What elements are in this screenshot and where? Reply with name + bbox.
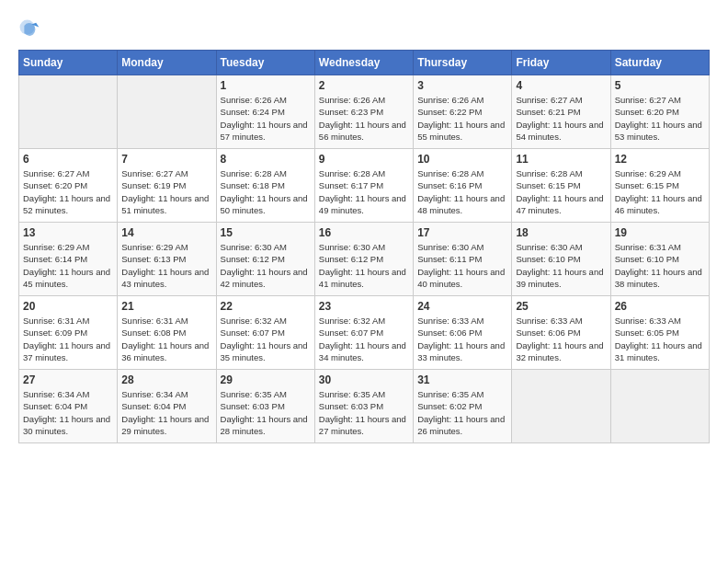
day-number: 27 <box>23 373 113 386</box>
day-number: 15 <box>221 226 311 239</box>
calendar-day-cell: 5 Sunrise: 6:27 AM Sunset: 6:20 PM Dayli… <box>610 75 709 149</box>
calendar-day-cell: 30 Sunrise: 6:35 AM Sunset: 6:03 PM Dayl… <box>314 370 413 443</box>
day-of-week-header: Saturday <box>610 51 709 75</box>
calendar-day-cell: 31 Sunrise: 6:35 AM Sunset: 6:02 PM Dayl… <box>414 370 512 443</box>
calendar-day-cell: 12 Sunrise: 6:29 AM Sunset: 6:15 PM Dayl… <box>610 149 709 223</box>
day-info: Sunrise: 6:35 AM Sunset: 6:02 PM Dayligh… <box>417 388 507 437</box>
day-number: 7 <box>121 153 211 166</box>
day-info: Sunrise: 6:28 AM Sunset: 6:18 PM Dayligh… <box>221 167 311 216</box>
calendar-table: SundayMondayTuesdayWednesdayThursdayFrid… <box>18 50 710 443</box>
day-info: Sunrise: 6:27 AM Sunset: 6:19 PM Dayligh… <box>121 167 211 216</box>
day-info: Sunrise: 6:29 AM Sunset: 6:14 PM Dayligh… <box>23 241 113 290</box>
day-info: Sunrise: 6:33 AM Sunset: 6:06 PM Dayligh… <box>417 315 507 363</box>
day-info: Sunrise: 6:32 AM Sunset: 6:07 PM Dayligh… <box>319 315 409 363</box>
calendar-week-row: 27 Sunrise: 6:34 AM Sunset: 6:04 PM Dayl… <box>19 370 710 443</box>
day-info: Sunrise: 6:29 AM Sunset: 6:13 PM Dayligh… <box>121 241 211 290</box>
day-number: 8 <box>221 153 311 166</box>
day-info: Sunrise: 6:27 AM Sunset: 6:20 PM Dayligh… <box>23 167 113 216</box>
calendar-day-cell: 24 Sunrise: 6:33 AM Sunset: 6:06 PM Dayl… <box>414 296 512 370</box>
day-number: 13 <box>23 226 113 239</box>
day-number: 6 <box>23 153 113 166</box>
calendar-day-cell: 8 Sunrise: 6:28 AM Sunset: 6:18 PM Dayli… <box>216 149 314 223</box>
day-info: Sunrise: 6:34 AM Sunset: 6:04 PM Dayligh… <box>121 388 211 437</box>
calendar-day-cell: 29 Sunrise: 6:35 AM Sunset: 6:03 PM Dayl… <box>216 370 314 443</box>
calendar-day-cell: 9 Sunrise: 6:28 AM Sunset: 6:17 PM Dayli… <box>314 149 413 223</box>
day-number: 4 <box>516 79 606 92</box>
day-number: 22 <box>221 300 311 313</box>
day-number: 21 <box>121 300 211 313</box>
calendar-day-cell: 23 Sunrise: 6:32 AM Sunset: 6:07 PM Dayl… <box>314 296 413 370</box>
calendar-day-cell: 16 Sunrise: 6:30 AM Sunset: 6:12 PM Dayl… <box>314 223 413 296</box>
calendar-day-cell <box>19 75 118 149</box>
day-info: Sunrise: 6:28 AM Sunset: 6:15 PM Dayligh… <box>516 167 606 216</box>
page-header <box>18 18 710 40</box>
day-info: Sunrise: 6:31 AM Sunset: 6:08 PM Dayligh… <box>121 315 211 363</box>
calendar-day-cell: 25 Sunrise: 6:33 AM Sunset: 6:06 PM Dayl… <box>512 296 610 370</box>
day-info: Sunrise: 6:26 AM Sunset: 6:24 PM Dayligh… <box>221 94 311 143</box>
day-of-week-header: Tuesday <box>216 51 314 75</box>
day-number: 19 <box>615 226 705 239</box>
day-info: Sunrise: 6:30 AM Sunset: 6:12 PM Dayligh… <box>221 241 311 290</box>
calendar-day-cell: 22 Sunrise: 6:32 AM Sunset: 6:07 PM Dayl… <box>216 296 314 370</box>
calendar-header-row: SundayMondayTuesdayWednesdayThursdayFrid… <box>19 51 710 75</box>
day-info: Sunrise: 6:35 AM Sunset: 6:03 PM Dayligh… <box>319 388 409 437</box>
calendar-day-cell: 18 Sunrise: 6:30 AM Sunset: 6:10 PM Dayl… <box>512 223 610 296</box>
day-number: 25 <box>516 300 606 313</box>
calendar-day-cell: 7 Sunrise: 6:27 AM Sunset: 6:19 PM Dayli… <box>118 149 216 223</box>
calendar-day-cell <box>118 75 216 149</box>
calendar-day-cell: 15 Sunrise: 6:30 AM Sunset: 6:12 PM Dayl… <box>216 223 314 296</box>
day-number: 26 <box>615 300 705 313</box>
day-number: 12 <box>615 153 705 166</box>
day-number: 20 <box>23 300 113 313</box>
day-of-week-header: Wednesday <box>314 51 413 75</box>
calendar-week-row: 13 Sunrise: 6:29 AM Sunset: 6:14 PM Dayl… <box>19 223 710 296</box>
day-number: 3 <box>417 79 507 92</box>
day-number: 10 <box>417 153 507 166</box>
calendar-day-cell: 17 Sunrise: 6:30 AM Sunset: 6:11 PM Dayl… <box>414 223 512 296</box>
day-info: Sunrise: 6:32 AM Sunset: 6:07 PM Dayligh… <box>221 315 311 363</box>
day-number: 1 <box>221 79 311 92</box>
day-info: Sunrise: 6:35 AM Sunset: 6:03 PM Dayligh… <box>221 388 311 437</box>
day-info: Sunrise: 6:27 AM Sunset: 6:21 PM Dayligh… <box>516 94 606 143</box>
day-of-week-header: Friday <box>512 51 610 75</box>
day-info: Sunrise: 6:34 AM Sunset: 6:04 PM Dayligh… <box>23 388 113 437</box>
calendar-day-cell: 20 Sunrise: 6:31 AM Sunset: 6:09 PM Dayl… <box>19 296 118 370</box>
calendar-body: 1 Sunrise: 6:26 AM Sunset: 6:24 PM Dayli… <box>19 75 710 443</box>
day-info: Sunrise: 6:30 AM Sunset: 6:12 PM Dayligh… <box>319 241 409 290</box>
calendar-day-cell: 19 Sunrise: 6:31 AM Sunset: 6:10 PM Dayl… <box>610 223 709 296</box>
day-number: 24 <box>417 300 507 313</box>
day-info: Sunrise: 6:29 AM Sunset: 6:15 PM Dayligh… <box>615 167 705 216</box>
day-number: 23 <box>319 300 409 313</box>
calendar-day-cell: 1 Sunrise: 6:26 AM Sunset: 6:24 PM Dayli… <box>216 75 314 149</box>
day-of-week-header: Monday <box>118 51 216 75</box>
calendar-day-cell: 11 Sunrise: 6:28 AM Sunset: 6:15 PM Dayl… <box>512 149 610 223</box>
day-number: 14 <box>121 226 211 239</box>
logo-icon <box>18 18 40 40</box>
day-info: Sunrise: 6:30 AM Sunset: 6:11 PM Dayligh… <box>417 241 507 290</box>
calendar-day-cell: 6 Sunrise: 6:27 AM Sunset: 6:20 PM Dayli… <box>19 149 118 223</box>
day-of-week-header: Thursday <box>414 51 512 75</box>
day-info: Sunrise: 6:26 AM Sunset: 6:23 PM Dayligh… <box>319 94 409 143</box>
calendar-day-cell <box>512 370 610 443</box>
calendar-day-cell: 28 Sunrise: 6:34 AM Sunset: 6:04 PM Dayl… <box>118 370 216 443</box>
day-number: 9 <box>319 153 409 166</box>
day-number: 11 <box>516 153 606 166</box>
calendar-day-cell: 27 Sunrise: 6:34 AM Sunset: 6:04 PM Dayl… <box>19 370 118 443</box>
day-info: Sunrise: 6:33 AM Sunset: 6:05 PM Dayligh… <box>615 315 705 363</box>
calendar-day-cell: 4 Sunrise: 6:27 AM Sunset: 6:21 PM Dayli… <box>512 75 610 149</box>
calendar-day-cell: 10 Sunrise: 6:28 AM Sunset: 6:16 PM Dayl… <box>414 149 512 223</box>
day-info: Sunrise: 6:27 AM Sunset: 6:20 PM Dayligh… <box>615 94 705 143</box>
day-number: 17 <box>417 226 507 239</box>
logo <box>18 18 44 40</box>
calendar-day-cell: 26 Sunrise: 6:33 AM Sunset: 6:05 PM Dayl… <box>610 296 709 370</box>
day-number: 30 <box>319 373 409 386</box>
calendar-week-row: 20 Sunrise: 6:31 AM Sunset: 6:09 PM Dayl… <box>19 296 710 370</box>
calendar-day-cell: 3 Sunrise: 6:26 AM Sunset: 6:22 PM Dayli… <box>414 75 512 149</box>
day-info: Sunrise: 6:30 AM Sunset: 6:10 PM Dayligh… <box>516 241 606 290</box>
day-info: Sunrise: 6:31 AM Sunset: 6:10 PM Dayligh… <box>615 241 705 290</box>
day-number: 5 <box>615 79 705 92</box>
day-info: Sunrise: 6:26 AM Sunset: 6:22 PM Dayligh… <box>417 94 507 143</box>
calendar-week-row: 1 Sunrise: 6:26 AM Sunset: 6:24 PM Dayli… <box>19 75 710 149</box>
day-of-week-header: Sunday <box>19 51 118 75</box>
day-number: 16 <box>319 226 409 239</box>
